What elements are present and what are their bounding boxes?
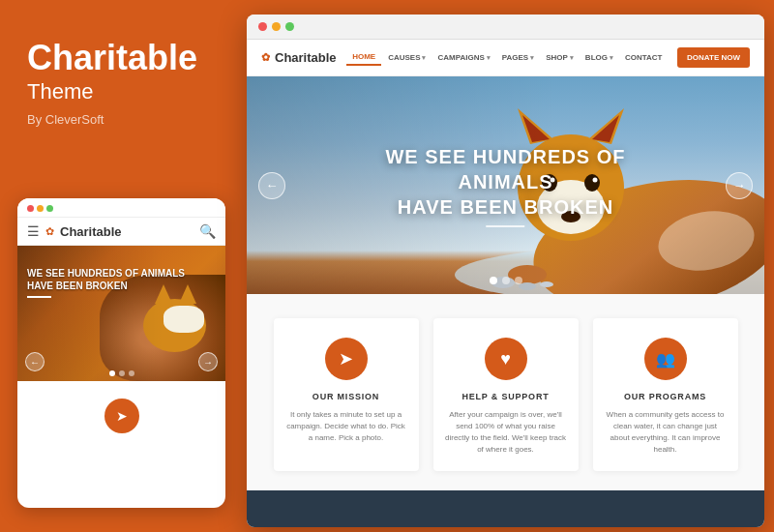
main-subtitle: Theme bbox=[27, 79, 221, 104]
chevron-pages-icon: ▾ bbox=[530, 54, 534, 62]
chevron-blog-icon: ▾ bbox=[610, 54, 613, 62]
feature-card-help: ♥ HELP & SUPPORT After your campaign is … bbox=[433, 318, 579, 471]
website-nav-links: HOME CAUSES ▾ CAMPAIGNS ▾ PAGES ▾ SHOP ▾… bbox=[346, 49, 667, 66]
send-icon: ➤ bbox=[339, 348, 353, 369]
website-logo-icon: ✿ bbox=[261, 51, 270, 64]
hero-prev-button[interactable]: ← bbox=[258, 172, 285, 199]
hero-slide-dots bbox=[490, 277, 522, 284]
hamburger-icon[interactable]: ☰ bbox=[27, 223, 40, 239]
mobile-window-dots bbox=[27, 205, 53, 212]
mobile-top-bar bbox=[17, 198, 225, 218]
mobile-hero-underline bbox=[27, 296, 51, 298]
chevron-campaigns-icon: ▾ bbox=[487, 54, 491, 62]
mobile-nav-left: ☰ ✿ Charitable bbox=[27, 223, 122, 239]
mobile-hero: WE SEE HUNDREDS OF ANIMALS HAVE BEEN BRO… bbox=[17, 246, 225, 381]
mission-desc: It only takes a minute to set up a campa… bbox=[285, 409, 407, 444]
donate-button[interactable]: DONATE NOW bbox=[677, 47, 750, 68]
programs-title: OUR PROGRAMS bbox=[605, 392, 727, 401]
browser-dot-yellow bbox=[272, 22, 281, 31]
mobile-hero-arrows: ← → bbox=[17, 352, 225, 371]
by-cleversoft: By CleverSoft bbox=[27, 112, 221, 127]
help-desc: After your campaign is over, we'll send … bbox=[445, 409, 567, 456]
browser-top-bar bbox=[247, 15, 764, 40]
nav-link-contact[interactable]: CONTACT bbox=[620, 50, 668, 65]
mobile-hero-text: WE SEE HUNDREDS OF ANIMALS HAVE BEEN BRO… bbox=[27, 267, 185, 298]
programs-desc: When a community gets access to clean wa… bbox=[605, 409, 727, 456]
nav-link-causes[interactable]: CAUSES ▾ bbox=[383, 50, 431, 65]
people-icon: 👥 bbox=[656, 350, 675, 369]
hero-underline-bar bbox=[487, 225, 525, 227]
mobile-slide-dot-3[interactable] bbox=[129, 370, 134, 376]
hero-text: WE SEE HUNDREDS OF ANIMALS HAVE BEEN BRO… bbox=[376, 144, 636, 227]
left-panel: Charitable Theme By CleverSoft ☰ ✿ Chari… bbox=[0, 0, 240, 532]
feature-card-programs: 👥 OUR PROGRAMS When a community gets acc… bbox=[593, 318, 738, 471]
mobile-logo-icon: ✿ bbox=[45, 225, 54, 238]
mobile-next-arrow[interactable]: → bbox=[198, 352, 218, 371]
mobile-logo-text: Charitable bbox=[60, 224, 122, 239]
mobile-slide-dot-1[interactable] bbox=[109, 370, 115, 376]
nav-link-pages[interactable]: PAGES ▾ bbox=[497, 50, 539, 65]
browser-dot-green bbox=[285, 22, 294, 31]
hero-slide-dot-2[interactable] bbox=[502, 277, 510, 284]
main-title: Charitable bbox=[27, 39, 221, 77]
nav-link-shop[interactable]: SHOP ▾ bbox=[541, 50, 579, 65]
website-logo-text: Charitable bbox=[275, 50, 337, 65]
help-icon-circle: ♥ bbox=[485, 338, 527, 380]
mobile-search-icon[interactable]: 🔍 bbox=[199, 223, 216, 239]
bottom-dark-section bbox=[247, 490, 764, 527]
chevron-causes-icon: ▾ bbox=[422, 54, 426, 62]
mobile-dot-red bbox=[27, 205, 34, 212]
nav-link-home[interactable]: HOME bbox=[346, 49, 381, 66]
help-title: HELP & SUPPORT bbox=[445, 392, 567, 401]
features-section: ➤ OUR MISSION It only takes a minute to … bbox=[247, 294, 764, 490]
website-navbar: ✿ Charitable HOME CAUSES ▾ CAMPAIGNS ▾ P… bbox=[247, 40, 764, 76]
mobile-send-icon: ➤ bbox=[116, 408, 128, 424]
mobile-slide-dots bbox=[109, 370, 134, 376]
hero-next-button[interactable]: → bbox=[726, 172, 753, 199]
mobile-slide-dot-2[interactable] bbox=[119, 370, 125, 376]
mobile-prev-arrow[interactable]: ← bbox=[25, 352, 45, 371]
browser-mockup: ✿ Charitable HOME CAUSES ▾ CAMPAIGNS ▾ P… bbox=[247, 15, 764, 527]
mission-title: OUR MISSION bbox=[285, 392, 407, 401]
programs-icon-circle: 👥 bbox=[644, 338, 687, 380]
mobile-dot-yellow bbox=[37, 205, 44, 212]
hero-slide-dot-3[interactable] bbox=[515, 277, 522, 284]
nav-link-campaigns[interactable]: CAMPAIGNS ▾ bbox=[432, 50, 494, 65]
heart-icon: ♥ bbox=[500, 349, 511, 369]
hero-slide-dot-1[interactable] bbox=[490, 277, 497, 284]
mobile-navbar: ☰ ✿ Charitable 🔍 bbox=[17, 218, 225, 246]
mobile-dot-green bbox=[46, 205, 53, 212]
hero-headline: WE SEE HUNDREDS OF ANIMALS HAVE BEEN BRO… bbox=[376, 144, 636, 220]
chevron-shop-icon: ▾ bbox=[570, 54, 574, 62]
mobile-mission-icon-btn[interactable]: ➤ bbox=[104, 399, 139, 433]
website-logo: ✿ Charitable bbox=[261, 50, 337, 65]
mobile-content-bottom: ➤ bbox=[17, 381, 225, 443]
nav-link-blog[interactable]: BLOG ▾ bbox=[580, 50, 618, 65]
mission-icon-circle: ➤ bbox=[325, 338, 368, 380]
browser-dot-red bbox=[258, 22, 267, 31]
hero-section: WE SEE HUNDREDS OF ANIMALS HAVE BEEN BRO… bbox=[247, 76, 764, 294]
mobile-mockup: ☰ ✿ Charitable 🔍 WE SEE HUNDREDS OF ANIM… bbox=[17, 198, 225, 508]
feature-card-mission: ➤ OUR MISSION It only takes a minute to … bbox=[274, 318, 419, 471]
